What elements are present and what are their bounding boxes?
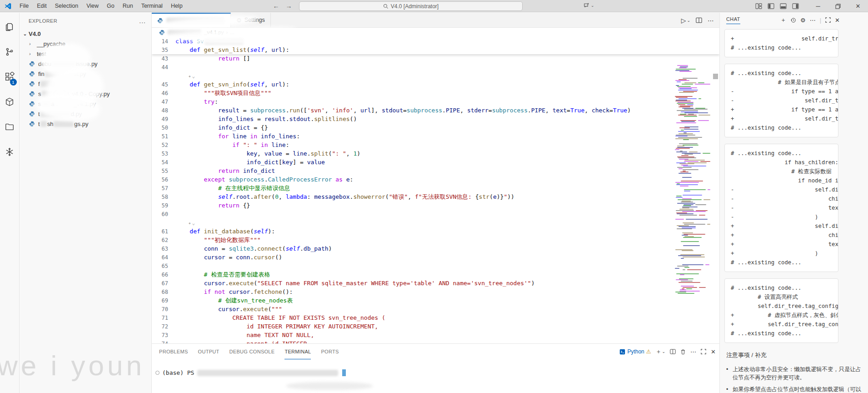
panel-tab-terminal[interactable]: TERMINAL — [284, 344, 311, 359]
python-file-icon — [157, 18, 163, 24]
chat-content[interactable]: + self.dir_tree.heading(# ...existing co… — [720, 29, 868, 343]
editor-scrollbar[interactable] — [712, 61, 719, 294]
file-label: i_v4.0 - Copy.py — [68, 91, 110, 97]
file-item[interactable]: td.py — [20, 109, 151, 119]
panel-tab-debug-console[interactable]: DEBUG CONSOLE — [229, 344, 275, 359]
chat-tab[interactable]: CHAT — [726, 16, 740, 24]
copilot-menu[interactable]: ⌄ — [583, 2, 594, 9]
panel-tab-output[interactable]: OUTPUT — [198, 344, 219, 359]
remote-explorer-icon[interactable] — [0, 91, 20, 112]
python-file-icon — [29, 111, 36, 117]
diff-line: # ...existing code... — [731, 123, 832, 132]
panel-tab-problems[interactable]: PROBLEMS — [159, 344, 188, 359]
breadcrumb-file: _v4.1.py — [204, 30, 224, 35]
restore-button[interactable] — [828, 0, 848, 12]
line-number: 48 — [152, 107, 175, 114]
terminal-profile[interactable]: Python ⚠ — [619, 348, 651, 355]
code-line: 71 CREATE TABLE IF NOT EXISTS svn_tree_n… — [152, 313, 719, 322]
python-file-icon — [29, 101, 36, 107]
history-icon[interactable] — [790, 17, 796, 23]
terminal-body[interactable]: (base) PS — [152, 359, 719, 376]
panel-tab-ports[interactable]: PORTS — [321, 344, 339, 359]
file-item[interactable]: sa_v4.1.py — [20, 99, 151, 109]
custom-tool-icon[interactable] — [0, 141, 20, 162]
copilot-sparkle-icon[interactable]: ✦⌄ — [188, 73, 196, 79]
close-panel-icon[interactable]: ✕ — [711, 348, 716, 355]
file-label: t — [38, 111, 40, 117]
menu-go[interactable]: Go — [103, 0, 119, 12]
kill-terminal-icon[interactable] — [680, 349, 686, 355]
file-item[interactable]: finst.py — [20, 69, 151, 79]
maximize-panel-icon[interactable] — [701, 349, 706, 354]
gear-icon: ⚙ — [236, 17, 242, 24]
split-terminal-icon[interactable] — [670, 349, 676, 354]
source-control-icon[interactable] — [0, 41, 20, 62]
diff-code-block[interactable]: + self.dir_tree.heading(# ...existing co… — [724, 29, 838, 57]
code-line: 65 — [152, 262, 719, 270]
forward-arrow-icon[interactable]: → — [286, 2, 292, 10]
menu-run[interactable]: Run — [119, 0, 137, 12]
new-terminal-button[interactable]: ＋⌄ — [656, 348, 666, 356]
breadcrumb[interactable]: _v4.1.py › ... — [152, 28, 719, 37]
warning-icon: ⚠ — [646, 348, 651, 355]
file-item[interactable]: si_v4.0 - Copy.py — [20, 89, 151, 99]
file-item[interactable]: debuissue.py — [20, 59, 151, 69]
folder-item[interactable]: ›__pycache — [20, 39, 151, 49]
toggle-panel-icon[interactable] — [780, 3, 787, 9]
menu-file[interactable]: File — [15, 0, 33, 12]
customize-layout-icon[interactable] — [755, 3, 762, 9]
chat-more-actions-icon[interactable]: ⋯ — [810, 17, 816, 24]
workspace-root-folder[interactable]: ⌄ V4.0 — [20, 29, 151, 39]
scrollbar-thumb[interactable] — [713, 74, 718, 79]
activity-bar: 1 — [0, 13, 20, 393]
diff-line: self.dir_tree.tag_configure("dir", — [731, 302, 832, 311]
diff-code-block[interactable]: # ...existing code... # 如果是目录且有子节点- if t… — [724, 64, 838, 137]
split-editor-icon[interactable] — [696, 17, 702, 23]
menu-selection[interactable]: Selection — [51, 0, 82, 12]
back-arrow-icon[interactable]: ← — [273, 2, 279, 10]
minimize-button[interactable]: ─ — [808, 0, 828, 12]
diff-code-block[interactable]: # ...existing code... if has_children: #… — [724, 144, 838, 272]
code-line: 68 if not cursor.fetchone(): — [152, 287, 719, 296]
tab-settings[interactable]: ⚙ Settings — [231, 13, 271, 27]
line-number: 56 — [152, 176, 175, 183]
file-item[interactable]: tshgs.py — [20, 119, 151, 129]
extensions-icon[interactable]: 1 — [0, 66, 20, 87]
search-text: V4.0 [Administrator] — [391, 3, 439, 10]
menu-help[interactable]: Help — [167, 0, 187, 12]
new-chat-icon[interactable]: ＋ — [780, 16, 786, 24]
diff-code-block[interactable]: # ...existing code... # 设置高亮样式 self.dir_… — [724, 278, 838, 343]
code-area[interactable]: 14class Sv35 def get_svn_list(self, url)… — [152, 37, 719, 343]
code-line: 49 info_lines = result.stdout.splitlines… — [152, 115, 719, 123]
explorer-more-actions[interactable]: ... — [139, 17, 146, 25]
file-item[interactable]: f — [20, 79, 151, 89]
folder-view-icon[interactable] — [0, 116, 20, 137]
panel-more-actions-icon[interactable]: ⋯ — [690, 348, 696, 355]
minimap[interactable] — [674, 61, 712, 294]
maximize-chat-icon[interactable] — [825, 17, 831, 23]
line-number: 68 — [152, 289, 175, 295]
line-number: 57 — [152, 185, 175, 191]
chevron-down-icon: ⌄ — [591, 3, 594, 8]
file-label: test — [37, 50, 46, 57]
menu-terminal[interactable]: Terminal — [137, 0, 167, 12]
close-window-button[interactable]: ✕ — [848, 0, 868, 12]
diff-line: - text="", — [731, 203, 832, 212]
menu-edit[interactable]: Edit — [33, 0, 51, 12]
menu-view[interactable]: View — [82, 0, 103, 12]
line-number: 59 — [152, 202, 175, 209]
settings-tab-label: Settings — [244, 17, 265, 23]
tab-active-python-file[interactable] — [152, 13, 231, 27]
toggle-secondary-sidebar-icon[interactable] — [792, 3, 799, 9]
file-label: _v4.1.py — [74, 101, 96, 107]
command-center-search[interactable]: V4.0 [Administrator] — [299, 1, 523, 11]
copilot-sparkle-icon[interactable]: ✦⌄ — [188, 220, 196, 226]
redacted-text — [42, 91, 67, 97]
more-actions-icon[interactable]: ⋯ — [708, 17, 714, 24]
run-python-button[interactable]: ▷⌄ — [681, 17, 690, 24]
chat-settings-gear-icon[interactable]: ⚙ — [800, 17, 806, 24]
folder-item[interactable]: ›test — [20, 49, 151, 59]
explorer-icon[interactable] — [0, 16, 20, 37]
close-chat-icon[interactable]: ✕ — [835, 17, 840, 24]
toggle-primary-sidebar-icon[interactable] — [768, 3, 774, 9]
